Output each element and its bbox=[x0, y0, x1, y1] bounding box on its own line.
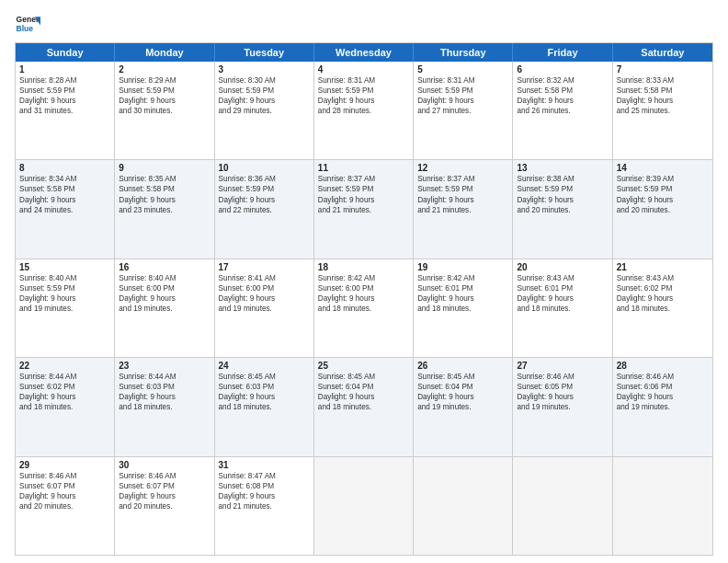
cell-line: and 18 minutes. bbox=[19, 402, 110, 412]
cell-line: Daylight: 9 hours bbox=[617, 293, 709, 304]
cell-line: and 26 minutes. bbox=[517, 106, 608, 116]
day-number: 2 bbox=[119, 64, 210, 75]
day-cell-22: 22Sunrise: 8:44 AMSunset: 6:02 PMDayligh… bbox=[16, 358, 115, 455]
calendar-row-3: 15Sunrise: 8:40 AMSunset: 5:59 PMDayligh… bbox=[16, 259, 712, 357]
cell-line: and 29 minutes. bbox=[219, 106, 310, 116]
cell-line: and 19 minutes. bbox=[617, 402, 709, 412]
cell-line: and 18 minutes. bbox=[318, 402, 409, 412]
day-cell-19: 19Sunrise: 8:42 AMSunset: 6:01 PMDayligh… bbox=[414, 259, 513, 357]
cell-line: Sunrise: 8:46 AM bbox=[19, 471, 110, 481]
cell-line: Sunrise: 8:37 AM bbox=[318, 174, 409, 184]
day-number: 13 bbox=[517, 163, 608, 173]
cell-line: and 18 minutes. bbox=[617, 304, 709, 314]
day-number: 1 bbox=[19, 64, 110, 75]
cell-line: Daylight: 9 hours bbox=[417, 392, 508, 402]
day-cell-11: 11Sunrise: 8:37 AMSunset: 5:59 PMDayligh… bbox=[314, 160, 414, 258]
cell-line: Sunset: 6:04 PM bbox=[318, 382, 409, 392]
day-cell-1: 1Sunrise: 8:28 AMSunset: 5:59 PMDaylight… bbox=[16, 62, 115, 159]
cell-line: Daylight: 9 hours bbox=[219, 491, 310, 501]
cell-line: Sunrise: 8:46 AM bbox=[617, 372, 709, 382]
cell-line: Sunrise: 8:44 AM bbox=[19, 372, 110, 382]
header-day-sunday: Sunday bbox=[16, 43, 115, 62]
cell-line: Daylight: 9 hours bbox=[617, 195, 709, 205]
cell-line: Sunset: 6:05 PM bbox=[517, 382, 608, 392]
day-number: 12 bbox=[417, 163, 508, 173]
cell-line: Daylight: 9 hours bbox=[19, 392, 110, 402]
cell-line: Daylight: 9 hours bbox=[417, 293, 508, 304]
calendar-header: SundayMondayTuesdayWednesdayThursdayFrid… bbox=[16, 43, 712, 62]
day-number: 9 bbox=[119, 163, 210, 173]
day-number: 26 bbox=[417, 361, 508, 371]
cell-line: Sunrise: 8:43 AM bbox=[617, 273, 709, 283]
day-cell-28: 28Sunrise: 8:46 AMSunset: 6:06 PMDayligh… bbox=[613, 358, 712, 455]
cell-line: Daylight: 9 hours bbox=[19, 491, 110, 501]
cell-line: Daylight: 9 hours bbox=[219, 293, 310, 304]
day-number: 22 bbox=[19, 361, 110, 371]
cell-line: and 19 minutes. bbox=[219, 304, 310, 314]
day-number: 18 bbox=[318, 262, 409, 272]
svg-text:Blue: Blue bbox=[17, 24, 34, 33]
day-number: 6 bbox=[517, 64, 608, 75]
cell-line: and 19 minutes. bbox=[417, 402, 508, 412]
day-number: 5 bbox=[417, 64, 508, 75]
empty-cell bbox=[414, 457, 513, 555]
cell-line: Sunrise: 8:35 AM bbox=[119, 174, 210, 184]
empty-cell bbox=[613, 457, 712, 555]
calendar-row-2: 8Sunrise: 8:34 AMSunset: 5:58 PMDaylight… bbox=[16, 159, 712, 258]
day-cell-30: 30Sunrise: 8:46 AMSunset: 6:07 PMDayligh… bbox=[115, 457, 214, 555]
day-cell-5: 5Sunrise: 8:31 AMSunset: 5:59 PMDaylight… bbox=[414, 62, 513, 159]
cell-line: Daylight: 9 hours bbox=[119, 195, 210, 205]
day-cell-13: 13Sunrise: 8:38 AMSunset: 5:59 PMDayligh… bbox=[513, 160, 612, 258]
day-cell-12: 12Sunrise: 8:37 AMSunset: 5:59 PMDayligh… bbox=[414, 160, 513, 258]
header: General Blue bbox=[15, 11, 713, 37]
cell-line: and 31 minutes. bbox=[19, 106, 110, 116]
logo-icon: General Blue bbox=[15, 11, 40, 37]
cell-line: Sunset: 6:00 PM bbox=[119, 283, 210, 293]
cell-line: Sunrise: 8:45 AM bbox=[318, 372, 409, 382]
cell-line: and 20 minutes. bbox=[19, 501, 110, 511]
cell-line: Sunset: 5:58 PM bbox=[617, 86, 709, 96]
cell-line: Sunrise: 8:39 AM bbox=[617, 174, 709, 184]
cell-line: Sunset: 6:04 PM bbox=[417, 382, 508, 392]
header-day-tuesday: Tuesday bbox=[215, 43, 314, 62]
header-day-wednesday: Wednesday bbox=[314, 43, 414, 62]
cell-line: Sunrise: 8:44 AM bbox=[119, 372, 210, 382]
cell-line: Sunrise: 8:40 AM bbox=[119, 273, 210, 283]
cell-line: and 24 minutes. bbox=[19, 205, 110, 215]
cell-line: Daylight: 9 hours bbox=[219, 195, 310, 205]
cell-line: Sunrise: 8:34 AM bbox=[19, 174, 110, 184]
day-number: 8 bbox=[19, 163, 110, 173]
cell-line: Sunrise: 8:46 AM bbox=[119, 471, 210, 481]
cell-line: and 27 minutes. bbox=[417, 106, 508, 116]
cell-line: Daylight: 9 hours bbox=[318, 293, 409, 304]
cell-line: Sunset: 6:07 PM bbox=[19, 481, 110, 491]
cell-line: Daylight: 9 hours bbox=[219, 96, 310, 106]
day-cell-24: 24Sunrise: 8:45 AMSunset: 6:03 PMDayligh… bbox=[215, 358, 314, 455]
cell-line: Sunrise: 8:29 AM bbox=[119, 75, 210, 86]
cell-line: and 19 minutes. bbox=[119, 304, 210, 314]
cell-line: Sunset: 6:00 PM bbox=[318, 283, 409, 293]
cell-line: Sunset: 6:06 PM bbox=[617, 382, 709, 392]
day-cell-26: 26Sunrise: 8:45 AMSunset: 6:04 PMDayligh… bbox=[414, 358, 513, 455]
cell-line: and 28 minutes. bbox=[318, 106, 409, 116]
cell-line: Daylight: 9 hours bbox=[517, 195, 608, 205]
cell-line: Sunrise: 8:33 AM bbox=[617, 75, 709, 86]
day-cell-27: 27Sunrise: 8:46 AMSunset: 6:05 PMDayligh… bbox=[513, 358, 612, 455]
cell-line: Sunset: 6:08 PM bbox=[219, 481, 310, 491]
cell-line: Sunset: 6:02 PM bbox=[617, 283, 709, 293]
calendar-body: 1Sunrise: 8:28 AMSunset: 5:59 PMDaylight… bbox=[16, 62, 712, 555]
cell-line: Sunrise: 8:42 AM bbox=[318, 273, 409, 283]
cell-line: Daylight: 9 hours bbox=[617, 96, 709, 106]
day-number: 28 bbox=[617, 361, 709, 371]
day-number: 17 bbox=[219, 262, 310, 272]
empty-cell bbox=[314, 457, 414, 555]
cell-line: and 22 minutes. bbox=[219, 205, 310, 215]
cell-line: Sunrise: 8:31 AM bbox=[318, 75, 409, 86]
cell-line: and 25 minutes. bbox=[617, 106, 709, 116]
cell-line: Sunset: 5:59 PM bbox=[318, 86, 409, 96]
day-number: 14 bbox=[617, 163, 709, 173]
cell-line: Sunset: 6:07 PM bbox=[119, 481, 210, 491]
cell-line: and 18 minutes. bbox=[417, 304, 508, 314]
cell-line: and 18 minutes. bbox=[219, 402, 310, 412]
cell-line: Daylight: 9 hours bbox=[617, 392, 709, 402]
